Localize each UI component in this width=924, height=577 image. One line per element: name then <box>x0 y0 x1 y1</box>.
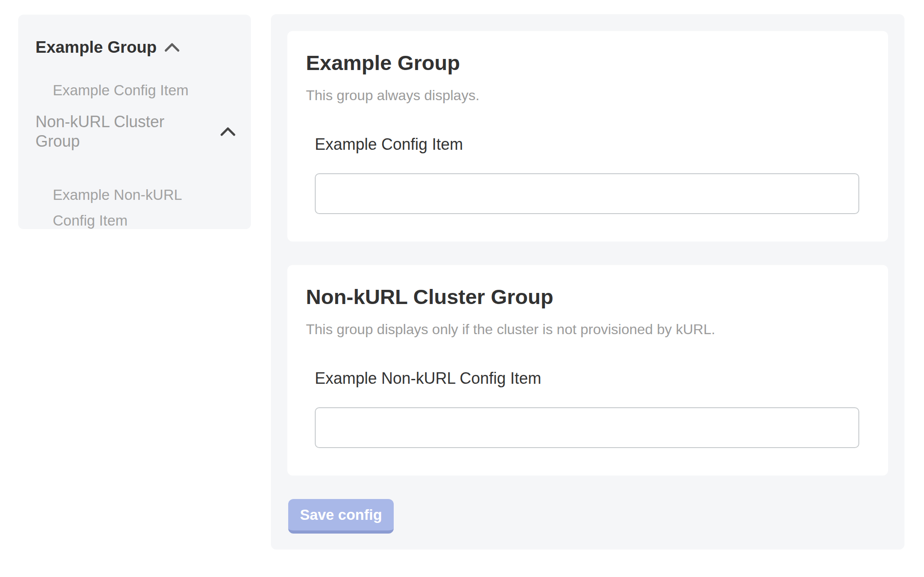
config-item-label: Example Non-kURL Config Item <box>315 368 869 389</box>
example-config-item-input[interactable] <box>315 173 859 214</box>
config-group-card-example-group: Example Group This group always displays… <box>287 31 888 242</box>
config-item-label: Example Config Item <box>315 134 869 155</box>
group-title: Non-kURL Cluster Group <box>306 285 869 309</box>
config-nav-sidebar: Example Group Example Config Item Non-kU… <box>18 15 251 229</box>
config-item: Example Non-kURL Config Item <box>315 368 869 448</box>
sidebar-group-label: Non-kURL Cluster Group <box>35 112 212 151</box>
config-item: Example Config Item <box>315 134 869 214</box>
group-description: This group displays only if the cluster … <box>306 320 869 338</box>
config-panel: Example Group This group always displays… <box>271 14 904 550</box>
sidebar-group-example-group[interactable]: Example Group <box>35 38 236 57</box>
sidebar-item-example-non-kurl-config-item[interactable]: Example Non-kURL Config Item <box>53 182 208 234</box>
chevron-up-icon[interactable] <box>164 43 180 52</box>
sidebar-group-label: Example Group <box>35 38 157 57</box>
example-non-kurl-config-item-input[interactable] <box>315 407 859 448</box>
sidebar-group-non-kurl-cluster-group[interactable]: Non-kURL Cluster Group <box>35 112 236 151</box>
chevron-up-icon[interactable] <box>220 127 236 136</box>
group-description: This group always displays. <box>306 86 869 104</box>
group-title: Example Group <box>306 51 869 75</box>
config-group-card-non-kurl-cluster-group: Non-kURL Cluster Group This group displa… <box>287 265 888 476</box>
sidebar-item-example-config-item[interactable]: Example Config Item <box>53 82 236 99</box>
save-config-button[interactable]: Save config <box>288 499 394 534</box>
